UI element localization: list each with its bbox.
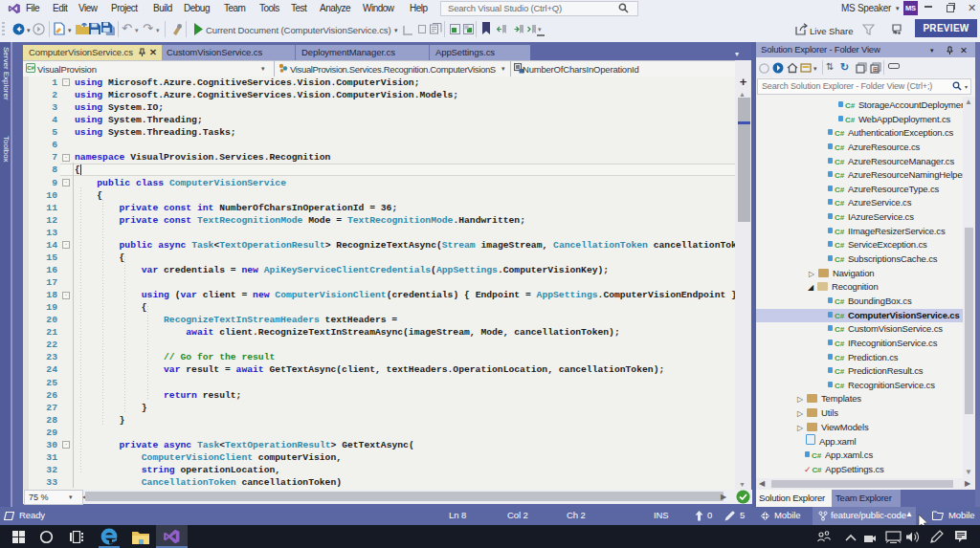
svg-text:⊞: ⊞ [873, 66, 879, 73]
